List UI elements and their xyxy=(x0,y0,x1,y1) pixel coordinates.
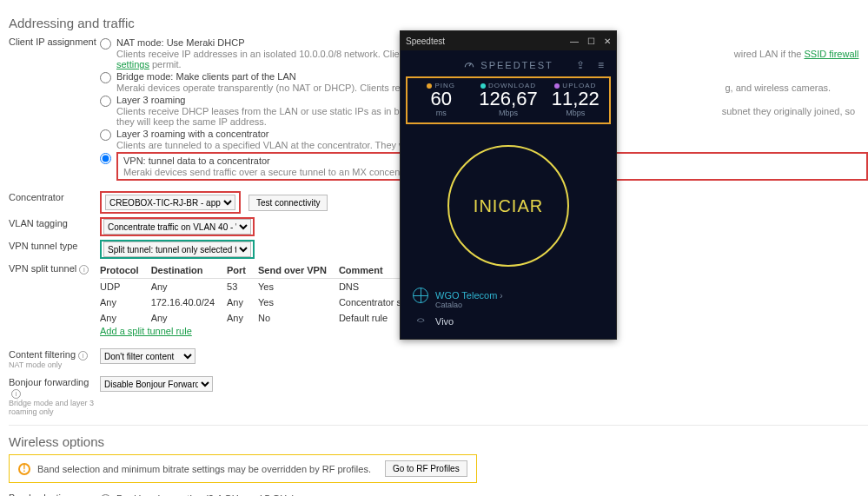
table-cell: Any xyxy=(151,310,227,326)
label-bonjour: Bonjour forwarding xyxy=(9,377,89,387)
label-vlan-tagging: VLAN tagging xyxy=(9,217,100,236)
label-client-ip: Client IP assignment xyxy=(9,36,100,182)
speedtest-brand: SPEEDTEST xyxy=(480,60,553,70)
table-header: Destination xyxy=(151,262,227,279)
label-concentrator: Concentrator xyxy=(9,191,100,214)
label-content-filtering: Content filtering xyxy=(9,349,76,360)
info-icon[interactable]: i xyxy=(11,389,21,399)
table-header: Port xyxy=(227,262,258,279)
gauge-icon xyxy=(463,59,475,71)
table-cell: Yes xyxy=(258,294,339,310)
table-cell: 172.16.40.0/24 xyxy=(151,294,227,310)
share-icon[interactable]: ⇪ xyxy=(576,59,586,71)
download-unit: Mbps xyxy=(474,109,541,117)
radio-l3-concentrator[interactable] xyxy=(100,129,111,141)
label-vpn-tunnel-type: VPN tunnel type xyxy=(9,240,100,259)
wireless-warning: ! Band selection and minimum bitrate set… xyxy=(9,454,477,483)
ping-unit: ms xyxy=(407,109,474,117)
table-header: Protocol xyxy=(100,262,151,279)
table-cell: Any xyxy=(227,294,258,310)
radio-l3-roaming[interactable] xyxy=(100,96,111,107)
table-cell: UDP xyxy=(100,279,151,295)
bonjour-note: Bridge mode and layer 3 roaming only xyxy=(9,399,100,416)
info-icon[interactable]: i xyxy=(79,265,89,274)
label-band-selection: Band selection xyxy=(9,492,100,496)
speedtest-metrics: PING 60 ms DOWNLOAD 126,67 Mbps UPLOAD 1… xyxy=(406,76,611,124)
close-icon[interactable]: ✕ xyxy=(604,36,611,46)
bonjour-select[interactable]: Disable Bonjour Forwarding xyxy=(100,376,213,392)
table-cell: Any xyxy=(151,279,227,295)
speedtest-titlebar[interactable]: Speedtest — ☐ ✕ xyxy=(401,31,616,50)
maximize-icon[interactable]: ☐ xyxy=(587,36,595,46)
content-filtering-note: NAT mode only xyxy=(9,360,100,369)
concentrator-select[interactable]: CREOBOX-TIC-RJ-BR - appliance xyxy=(105,195,235,210)
isp-row: ⌔ Vivo xyxy=(413,314,604,328)
start-test-button[interactable]: INICIAR xyxy=(447,145,569,267)
radio-bridge-mode[interactable] xyxy=(100,72,111,83)
speedtest-window: Speedtest — ☐ ✕ SPEEDTEST ⇪ ≡ PING 60 ms… xyxy=(400,30,617,340)
test-connectivity-button[interactable]: Test connectivity xyxy=(248,195,328,211)
table-cell: Yes xyxy=(258,279,339,295)
upload-unit: Mbps xyxy=(542,109,609,117)
warning-icon: ! xyxy=(18,463,30,475)
menu-icon[interactable]: ≡ xyxy=(598,59,606,71)
vlan-tagging-select[interactable]: Concentrate traffic on VLAN 40 - "BYOD" xyxy=(103,219,251,235)
add-split-tunnel-link[interactable]: Add a split tunnel rule xyxy=(100,326,192,336)
table-cell: No xyxy=(258,310,339,326)
radio-nat-mode[interactable] xyxy=(100,38,111,50)
wireless-section-title: Wireless options xyxy=(9,434,868,449)
table-cell: Any xyxy=(100,294,151,310)
speedtest-title: Speedtest xyxy=(406,36,445,46)
isp-name: Vivo xyxy=(435,316,454,327)
vpn-tunnel-type-select[interactable]: Split tunnel: tunnel only selected traff… xyxy=(103,241,251,257)
upload-value: 11,22 xyxy=(542,89,609,109)
table-cell: Any xyxy=(227,310,258,326)
content-filtering-select[interactable]: Don't filter content xyxy=(100,348,195,364)
chevron-right-icon: › xyxy=(500,291,502,301)
table-cell: Any xyxy=(100,310,151,326)
table-cell: 53 xyxy=(227,279,258,295)
download-value: 126,67 xyxy=(474,89,541,109)
addressing-section-title: Addressing and traffic xyxy=(9,16,868,30)
table-header: Send over VPN xyxy=(258,262,339,279)
server-city: Catalao xyxy=(435,301,604,309)
ping-value: 60 xyxy=(407,89,474,109)
wifi-icon: ⌔ xyxy=(413,314,428,328)
go-to-rf-profiles-button[interactable]: Go to RF Profiles xyxy=(385,460,467,477)
globe-icon xyxy=(413,288,428,303)
info-icon[interactable]: i xyxy=(78,351,88,360)
minimize-icon[interactable]: — xyxy=(570,36,579,46)
radio-vpn-tunnel[interactable] xyxy=(100,153,111,164)
label-vpn-split-tunnel: VPN split tunneli xyxy=(9,262,100,336)
